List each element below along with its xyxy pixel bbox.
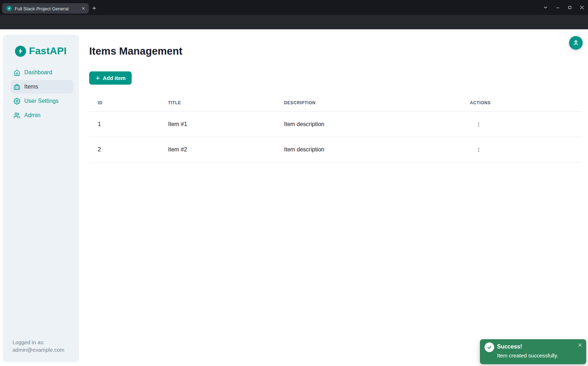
tab-close-icon[interactable]: [80, 6, 86, 11]
cell-description: Item description: [275, 121, 461, 127]
page-title: Items Management: [89, 45, 182, 57]
toast-message: Item created successfully.: [497, 352, 558, 359]
add-item-button[interactable]: Add Item: [89, 71, 132, 85]
window-controls: [539, 3, 588, 12]
sidebar-nav: Dashboard Items User Settings Admin: [3, 66, 79, 122]
tab-title-wrap: Full Stack Project Generat: [15, 5, 78, 11]
table-row: 1 Item #1 Item description: [89, 112, 582, 137]
sidebar-item-label: Admin: [24, 112, 40, 119]
logged-in-email: admin@example.com: [12, 346, 64, 354]
cell-id: 1: [89, 121, 159, 127]
briefcase-icon: [14, 84, 20, 90]
table-header-row: ID TITLE DESCRIPTION ACTIONS: [89, 94, 582, 112]
cell-title: Item #2: [159, 146, 275, 153]
logged-in-info: Logged in as: admin@example.com: [12, 339, 64, 354]
sidebar-item-label: Items: [24, 84, 38, 90]
fastapi-favicon-icon: [6, 6, 12, 11]
tab-search-chevron-icon[interactable]: [539, 3, 552, 12]
sidebar-item-label: Dashboard: [24, 69, 52, 76]
browser-titlebar: Full Stack Project Generat: [0, 0, 588, 15]
gear-icon: [14, 98, 20, 105]
minimize-button[interactable]: [552, 3, 564, 12]
users-icon: [14, 112, 20, 119]
add-item-label: Add Item: [103, 75, 126, 81]
fastapi-logo: FastAPI: [3, 45, 79, 57]
cell-id: 2: [89, 146, 159, 153]
toast-title: Success!: [497, 344, 522, 350]
col-header-actions: ACTIONS: [461, 100, 582, 105]
row-actions-menu-button[interactable]: [474, 145, 483, 154]
check-circle-icon: [485, 342, 494, 352]
sidebar-item-user-settings[interactable]: User Settings: [11, 94, 74, 108]
tab-title-fade: [66, 5, 78, 11]
table-row: 2 Item #2 Item description: [89, 137, 582, 162]
items-table: ID TITLE DESCRIPTION ACTIONS 1 Item #1 I…: [89, 94, 582, 162]
new-tab-button[interactable]: [90, 4, 98, 12]
sidebar-item-dashboard[interactable]: Dashboard: [11, 66, 74, 79]
sidebar-item-items[interactable]: Items: [11, 80, 74, 94]
maximize-button[interactable]: [564, 3, 576, 12]
user-avatar-icon: [572, 39, 579, 46]
col-header-description: DESCRIPTION: [275, 100, 461, 105]
close-window-button[interactable]: [576, 3, 588, 12]
sidebar-item-label: User Settings: [24, 98, 59, 104]
fastapi-logo-icon: [15, 46, 26, 57]
logged-in-label: Logged in as:: [12, 339, 64, 346]
toast-close-button[interactable]: [577, 342, 583, 348]
plus-icon: [95, 76, 100, 81]
home-icon: [14, 69, 20, 76]
browser-tab[interactable]: Full Stack Project Generat: [2, 3, 89, 14]
logo-text: FastAPI: [29, 45, 67, 57]
sidebar: FastAPI Dashboard Items User Settings: [3, 35, 79, 362]
user-menu-button[interactable]: [569, 36, 583, 50]
tab-title: Full Stack Project Generat: [15, 6, 69, 11]
success-toast: Success! Item created successfully.: [480, 339, 586, 364]
col-header-id: ID: [89, 100, 159, 105]
browser-toolbar: localhost/items 1: [0, 15, 588, 29]
app-page: FastAPI Dashboard Items User Settings: [0, 29, 588, 366]
row-actions-menu-button[interactable]: [474, 120, 483, 129]
cell-description: Item description: [275, 146, 461, 153]
col-header-title: TITLE: [159, 100, 275, 105]
cell-title: Item #1: [159, 121, 275, 127]
sidebar-item-admin[interactable]: Admin: [11, 109, 74, 122]
